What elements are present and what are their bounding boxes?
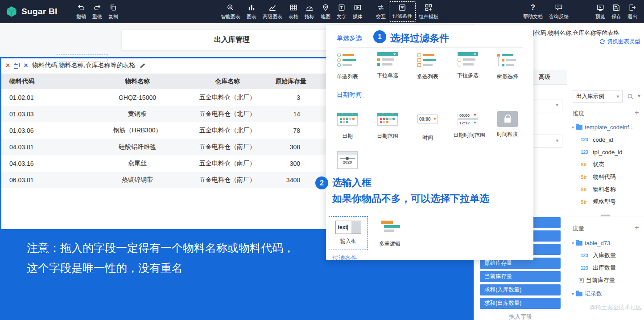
component-template-icon [425, 4, 433, 12]
col-header-original-stock: 原始库存量 [266, 74, 316, 89]
resize-grip[interactable] [601, 214, 610, 217]
help-tool-group: ? 帮助文档 咨询反馈 [520, 0, 572, 23]
tree-folder-template-codeinf[interactable]: ▾ template_codeinf... [567, 122, 644, 132]
panel-chevron-icon[interactable]: ▾ [638, 93, 640, 99]
field-chip-sum-inbound[interactable]: 求和(入库数量) [480, 284, 561, 295]
calculated-field-icon [579, 278, 584, 283]
text-button[interactable]: 文字 [334, 4, 350, 20]
tree-field-status[interactable]: Str 状态 [567, 160, 644, 169]
string-type-icon: Str [581, 175, 590, 180]
chevron-down-icon[interactable]: ▾ [572, 241, 574, 246]
filter-condition-dropdown: 单选多选 1 选择过滤条件 单选列表 下拉单选 [326, 25, 533, 260]
advanced-chart-icon [268, 4, 277, 12]
filter-type-time[interactable]: 00:00 时间 [413, 111, 442, 142]
save-icon [612, 4, 620, 12]
media-icon [354, 4, 362, 12]
filter-type-dropdown-single-select[interactable]: 下拉单选 [373, 52, 402, 79]
filter-type-datetime-range[interactable]: 00:00 12:12 日期时间范围 [453, 111, 483, 139]
filter-type-single-select-list[interactable]: 单选列表 [333, 52, 362, 81]
exit-button[interactable]: 退出 [624, 4, 640, 20]
widget-tool-group: 智能图表 图表 高级图表 表格 指标 地图 [218, 0, 442, 23]
filter-type-tree-select[interactable]: 树形选择 [493, 52, 522, 81]
filter-type-dropdown-multi-select[interactable]: 下拉多选 [453, 52, 483, 79]
year-granularity-icon: 2020 [337, 151, 358, 169]
tree-field-outbound-qty[interactable]: 123 出库数量 [567, 263, 644, 273]
tree-field-current-stock[interactable]: 当前库存量 [567, 275, 644, 285]
chart-button[interactable]: 图表 [244, 4, 260, 20]
preview-icon [596, 4, 604, 12]
map-button[interactable]: 地图 [318, 4, 334, 20]
chevron-down-icon[interactable]: ▾ [572, 125, 574, 130]
filter-condition-button[interactable]: 过滤条件 [389, 1, 416, 22]
filter-condition-section-link[interactable]: 过滤条件 [332, 254, 357, 260]
folder-icon [576, 241, 582, 246]
string-type-icon: Str [581, 200, 590, 205]
text-icon [338, 4, 346, 12]
tree-field-material-code[interactable]: Str 物料代码 [567, 172, 644, 182]
input-box-icon: text [335, 221, 361, 234]
add-measure-button[interactable]: + [635, 223, 639, 232]
redo-button[interactable]: 重做 [89, 4, 105, 20]
field-chip-current-stock[interactable]: 当前库存量 [480, 271, 561, 282]
tree-field-material-name[interactable]: Str 物料名称 [567, 185, 644, 194]
divider [337, 105, 523, 105]
filter-type-year-granularity[interactable]: 2020 [333, 151, 362, 169]
note-line-2: 这个字段是唯一性的，没有重名 [27, 258, 294, 278]
map-icon [322, 4, 330, 12]
tree-folder-record-count[interactable]: ▾ 记录数 [567, 289, 644, 299]
tree-field-code-id[interactable]: 123 code_id [567, 135, 644, 144]
datetime-section-link[interactable]: 日期时间 [337, 91, 362, 99]
tree-field-tpl-code-id[interactable]: 123 tpl_code_id [567, 147, 644, 157]
numeric-type-icon: 123 [581, 150, 590, 155]
feedback-icon [555, 4, 563, 12]
filter-type-input-box[interactable]: text 输入框 [329, 216, 368, 250]
undo-button[interactable]: 撤销 [73, 4, 89, 20]
add-dimension-button[interactable]: + [635, 108, 639, 117]
step-2-line-1: 选输入框 [332, 176, 372, 189]
datetime-range-icon: 00:00 12:12 [458, 112, 478, 128]
save-button[interactable]: 保存 [608, 4, 624, 20]
media-button[interactable]: 媒体 [350, 4, 366, 20]
step-2-line-2: 如果你物品不多，可以选择下拉单选 [332, 192, 489, 205]
step-1-text: 选择过滤条件 [390, 32, 449, 45]
tree-field-spec-model[interactable]: Str 规格型号 [567, 197, 644, 207]
single-multi-select-section-link[interactable]: 单选多选 [337, 34, 362, 42]
time-icon: 00:00 [417, 115, 438, 131]
feedback-button[interactable]: 咨询反馈 [546, 4, 572, 20]
tree-field-inbound-qty[interactable]: 123 入库数量 [567, 250, 644, 260]
page-title-widget[interactable]: 出入库管理 [122, 30, 342, 50]
drag-field-hint[interactable]: 拖入字段 [474, 313, 567, 320]
filter-type-date[interactable]: 日期 [333, 111, 362, 140]
string-type-icon: Str [581, 187, 590, 192]
filter-type-time-granularity[interactable]: 时间粒度 [493, 111, 522, 138]
search-icon[interactable] [627, 93, 634, 102]
filter-icon [398, 3, 406, 12]
chart-icon [248, 4, 256, 12]
chevron-down-icon[interactable]: ▾ [572, 291, 574, 296]
component-template-button[interactable]: 组件模板 [416, 4, 442, 20]
field-chip-sum-outbound[interactable]: 求和(出库数量) [480, 298, 561, 309]
interaction-button[interactable]: 交互 [373, 4, 389, 20]
indicator-button[interactable]: 指标 [301, 4, 318, 20]
close-widget-icon[interactable]: × [24, 62, 28, 69]
dataset-select[interactable]: 出入库示例 ▾ [573, 90, 623, 103]
copy-icon [109, 4, 117, 12]
copy-button[interactable]: 复制 [105, 4, 121, 20]
filter-type-multi-logic[interactable]: 多重逻辑 [374, 219, 405, 248]
help-docs-button[interactable]: ? 帮助文档 [520, 4, 546, 20]
table-icon [289, 4, 297, 12]
delete-widget-icon[interactable]: × [6, 62, 10, 69]
col-header-material-code: 物料代码 [1, 74, 86, 89]
edit-tool-group: 撤销 重做 复制 [73, 0, 121, 23]
folder-icon [576, 292, 582, 296]
advanced-chart-button[interactable]: 高级图表 [260, 4, 285, 20]
edit-title-icon[interactable] [139, 62, 146, 69]
copy-widget-icon[interactable] [14, 63, 20, 69]
filter-type-date-range[interactable]: 日期范围 [373, 111, 402, 140]
smart-chart-button[interactable]: 智能图表 [218, 4, 244, 20]
tree-folder-table-d73[interactable]: ▾ table_d73 [567, 238, 644, 248]
tab-advanced[interactable]: 高级 [539, 70, 550, 85]
table-button[interactable]: 表格 [285, 4, 301, 20]
preview-button[interactable]: 预览 [592, 4, 608, 20]
filter-type-multi-select-list[interactable]: 多选列表 [413, 52, 442, 81]
